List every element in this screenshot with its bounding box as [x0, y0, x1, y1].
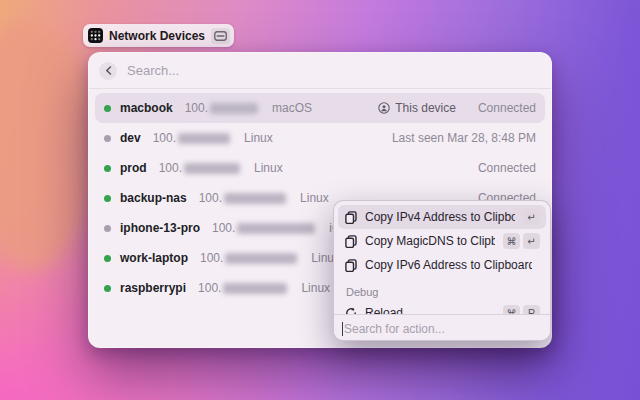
- clipboard-icon: [344, 211, 357, 224]
- device-status: Last seen Mar 28, 8:48 PM: [392, 131, 536, 145]
- extension-chip[interactable]: Network Devices: [83, 24, 234, 47]
- key-badge: ⌘: [503, 305, 520, 314]
- this-device-badge: This device: [378, 101, 456, 115]
- key-badge: ↵: [523, 209, 540, 225]
- action-label: Copy IPv4 Address to Clipboard: [365, 210, 515, 224]
- status-dot: [104, 195, 111, 202]
- device-ip: 100.: [159, 161, 240, 175]
- redacted-ip: [178, 133, 230, 144]
- action-label: Copy MagicDNS to Clipboard: [365, 234, 495, 248]
- action-search-bar: [334, 314, 550, 341]
- device-os: Linux: [254, 161, 283, 175]
- status-dot: [104, 135, 111, 142]
- action-panel: Copy IPv4 Address to Clipboard ↵ Copy Ma…: [333, 200, 551, 341]
- status-dot: [104, 105, 111, 112]
- device-name: macbook: [120, 101, 173, 115]
- status-dot: [104, 225, 111, 232]
- redacted-ip: [184, 163, 240, 174]
- device-ip: 100.: [185, 101, 258, 115]
- device-os: Linux: [300, 191, 329, 205]
- status-dot: [104, 255, 111, 262]
- reload-icon: [344, 307, 357, 315]
- action-item[interactable]: Reload ⌘R: [338, 301, 546, 314]
- device-ip: 100.: [153, 131, 230, 145]
- device-row[interactable]: prod 100. Linux Connected: [95, 153, 545, 183]
- section-label-debug: Debug: [338, 277, 546, 301]
- device-ip: 100.: [200, 251, 297, 265]
- chevron-left-icon: [105, 66, 112, 75]
- action-item[interactable]: Copy IPv6 Address to Clipboard: [338, 253, 546, 277]
- device-name: prod: [120, 161, 147, 175]
- search-header: [89, 53, 551, 89]
- wallpaper-blob: [0, 22, 98, 270]
- clipboard-icon: [344, 259, 357, 272]
- shortcut-keys: ↵: [523, 209, 540, 225]
- device-status: Connected: [478, 101, 536, 115]
- back-button[interactable]: [99, 62, 117, 80]
- action-label: Copy IPv6 Address to Clipboard: [365, 258, 532, 272]
- device-os: Linux: [301, 281, 330, 295]
- action-label: Reload: [365, 306, 495, 314]
- device-name: dev: [120, 131, 141, 145]
- search-input[interactable]: [127, 63, 539, 78]
- text-caret: [342, 322, 343, 336]
- redacted-ip: [210, 103, 258, 114]
- tailscale-icon: [88, 28, 103, 43]
- action-group-copy: Copy IPv4 Address to Clipboard ↵ Copy Ma…: [338, 205, 546, 277]
- extension-title: Network Devices: [109, 29, 205, 43]
- device-name: raspberrypi: [120, 281, 186, 295]
- device-os: Linux: [244, 131, 273, 145]
- redacted-ip: [223, 283, 287, 294]
- device-ip: 100.: [198, 281, 287, 295]
- key-badge: R: [523, 305, 540, 314]
- device-status: Connected: [478, 161, 536, 175]
- device-name: iphone-13-pro: [120, 221, 200, 235]
- action-group-debug: Reload ⌘R: [338, 301, 546, 314]
- redacted-ip: [224, 193, 286, 204]
- device-name: backup-nas: [120, 191, 187, 205]
- redacted-ip: [237, 223, 315, 234]
- shortcut-keys: ⌘↵: [503, 233, 540, 249]
- device-row[interactable]: macbook 100. macOS This device Connected: [95, 93, 545, 123]
- redacted-ip: [225, 253, 297, 264]
- shortcut-keys: ⌘R: [503, 305, 540, 314]
- key-badge: ⌘: [503, 233, 520, 249]
- device-ip: 100.: [212, 221, 315, 235]
- device-row[interactable]: dev 100. Linux Last seen Mar 28, 8:48 PM: [95, 123, 545, 153]
- status-dot: [104, 165, 111, 172]
- device-name: work-laptop: [120, 251, 188, 265]
- device-ip: 100.: [199, 191, 286, 205]
- hotkey-icon: [214, 31, 227, 41]
- action-items: Copy IPv4 Address to Clipboard ↵ Copy Ma…: [334, 201, 550, 314]
- clipboard-icon: [344, 235, 357, 248]
- device-os: macOS: [272, 101, 312, 115]
- key-badge: ↵: [523, 233, 540, 249]
- hotkey-badge[interactable]: [211, 28, 230, 44]
- action-item[interactable]: Copy IPv4 Address to Clipboard ↵: [338, 205, 546, 229]
- person-circle-icon: [378, 102, 390, 114]
- status-dot: [104, 285, 111, 292]
- action-search-input[interactable]: [344, 322, 542, 336]
- action-item[interactable]: Copy MagicDNS to Clipboard ⌘↵: [338, 229, 546, 253]
